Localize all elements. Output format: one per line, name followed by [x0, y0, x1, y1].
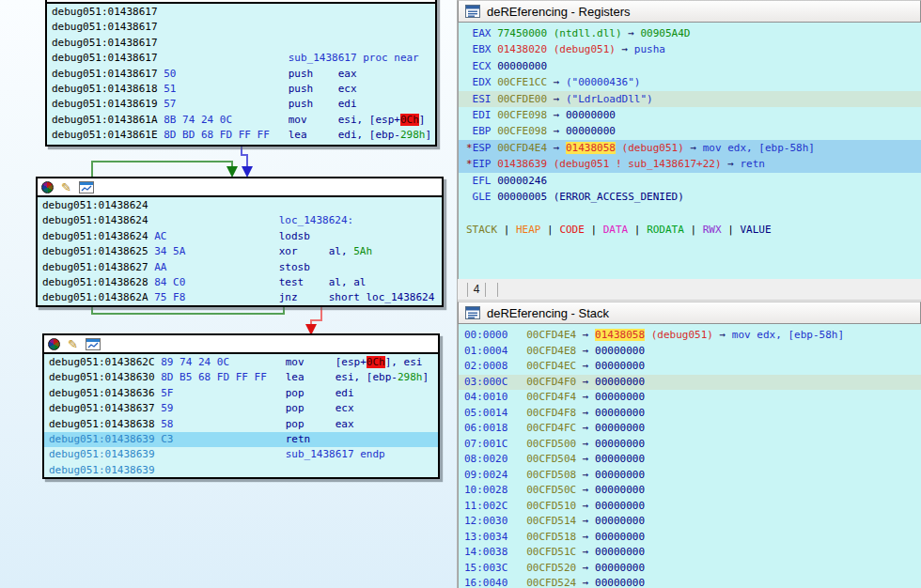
asm-line[interactable]: debug051:01438627 AA stosb	[42, 260, 442, 275]
registers-panel-titlebar[interactable]: deREferencing - Registers	[458, 0, 921, 23]
asm-line[interactable]: debug051:01438639 C3 retn	[44, 432, 438, 447]
register-row[interactable]: ECX 00000000	[459, 58, 921, 74]
asm-line[interactable]: debug051:0143862A 75 F8 jnz short loc_14…	[42, 290, 442, 305]
stack-row[interactable]: 04:0010 00CFD4F4 → 00000000	[459, 390, 921, 406]
register-row[interactable]: GLE 00000005 (ERROR_ACCESS_DENIED)	[459, 189, 921, 205]
edge-branch-red	[311, 306, 321, 325]
tab-separator	[485, 283, 486, 297]
stack-row[interactable]: 10:0028 00CFD50C → 00000000	[459, 483, 921, 499]
stack-row[interactable]: 12:0030 00CFD514 → 00000000	[459, 514, 921, 530]
stack-row[interactable]: 11:002C 00CFD510 → 00000000	[459, 499, 921, 515]
asm-line[interactable]: debug051:01438618 51 push ecx	[52, 82, 435, 97]
basic-block-1[interactable]: ✎ debug051:01438617debug051:01438617debu…	[45, 0, 437, 147]
asm-line[interactable]: debug051:0143862C 89 74 24 0C mov [esp+0…	[49, 355, 438, 370]
registers-panel: deREferencing - Registers EAX 77450000 (…	[458, 0, 921, 279]
register-row[interactable]: STACK | HEAP | CODE | DATA | RODATA | RW…	[459, 222, 921, 238]
stack-row[interactable]: 08:0020 00CFD504 → 00000000	[459, 452, 921, 468]
register-row[interactable]	[459, 205, 921, 221]
stack-row[interactable]: 05:0014 00CFD4F8 → 00000000	[459, 406, 921, 422]
stack-row[interactable]: 14:0038 00CFD51C → 00000000	[459, 545, 921, 561]
asm-line[interactable]: debug051:01438624 loc_1438624:	[42, 213, 442, 228]
color-wheel-icon[interactable]	[48, 338, 60, 350]
stack-row[interactable]: 16:0040 00CFD524 → 00000000	[459, 576, 921, 588]
register-row[interactable]: EFL 00000246	[459, 173, 921, 189]
asm-line[interactable]: debug051:01438628 84 C0 test al, al	[42, 275, 442, 290]
stack-row[interactable]: 03:000C 00CFD4F0 → 00000000	[459, 375, 921, 391]
basic-block-3[interactable]: ✎ debug051:0143862C 89 74 24 0C mov [esp…	[42, 333, 440, 479]
edit-icon[interactable]: ✎	[61, 181, 71, 193]
register-row[interactable]: *ESP 00CFD4E4 → 01438058 (debug051) → mo…	[459, 140, 921, 156]
asm-line[interactable]: debug051:01438617	[52, 36, 435, 51]
asm-line[interactable]: debug051:01438625 34 5A xor al, 5Ah	[42, 244, 442, 259]
stack-row[interactable]: 15:003C 00CFD520 → 00000000	[459, 561, 921, 577]
asm-line[interactable]: debug051:01438624	[42, 198, 442, 213]
stack-panel: deREferencing - Stack 00:0000 00CFD4E4 →…	[458, 302, 921, 588]
stack-panel-titlebar[interactable]: deREferencing - Stack	[458, 302, 921, 324]
edit-icon[interactable]: ✎	[68, 338, 78, 350]
register-row[interactable]: EDX 00CFE1CC → ("00000436")	[459, 74, 921, 90]
window-list-icon	[465, 306, 480, 319]
asm-line[interactable]: debug051:01438619 57 push edi	[52, 97, 435, 112]
register-row[interactable]: EBP 00CFE098 → 00000000	[459, 123, 921, 139]
chart-icon[interactable]	[79, 181, 94, 193]
register-row[interactable]: EBX 01438020 (debug051) → pusha	[459, 41, 921, 57]
stack-row[interactable]: 06:0018 00CFD4FC → 00000000	[459, 421, 921, 437]
asm-line[interactable]: debug051:01438617	[52, 20, 435, 35]
asm-line[interactable]: debug051:01438624 AC lodsb	[42, 229, 442, 244]
chart-icon[interactable]	[86, 338, 101, 350]
asm-line[interactable]: debug051:01438617 sub_1438617 proc near	[52, 51, 435, 66]
stack-panel-title: deREferencing - Stack	[487, 306, 609, 320]
stack-row[interactable]: 02:0008 00CFD4EC → 00000000	[459, 359, 921, 375]
asm-line[interactable]: debug051:0143861E 8D BD 68 FD FF FF lea …	[52, 128, 435, 143]
asm-line[interactable]: debug051:01438638 58 pop eax	[49, 417, 438, 432]
register-row[interactable]: ESI 00CFDE00 → ("LdrLoadDll")	[459, 91, 921, 107]
asm-line[interactable]: debug051:01438630 8D B5 68 FD FF FF lea …	[49, 370, 438, 385]
basic-block-2[interactable]: ✎ debug051:01438624debug051:01438624 loc…	[36, 177, 444, 307]
asm-line[interactable]: debug051:01438637 59 pop ecx	[49, 401, 438, 416]
panel-tab-bar: 4	[458, 279, 921, 301]
asm-line[interactable]: debug051:01438639 sub_1438617 endp	[49, 447, 438, 462]
asm-line[interactable]: debug051:01438639	[49, 463, 438, 478]
debugger-side-panels: deREferencing - Registers EAX 77450000 (…	[458, 0, 921, 588]
window-list-icon	[465, 5, 480, 18]
register-row[interactable]: EDI 00CFE098 → 00000000	[459, 107, 921, 123]
asm-line[interactable]: debug051:01438617 50 push eax	[52, 67, 435, 82]
registers-panel-title: deREferencing - Registers	[487, 5, 630, 19]
stack-row[interactable]: 07:001C 00CFD500 → 00000000	[459, 437, 921, 453]
edge-fallthrough-blue	[242, 147, 247, 167]
tab-4[interactable]: 4	[468, 283, 485, 296]
debugger-window: ✎ debug051:01438617debug051:01438617debu…	[0, 0, 921, 588]
stack-row[interactable]: 01:0004 00CFD4E8 → 00000000	[459, 344, 921, 360]
asm-line[interactable]: debug051:01438617	[52, 5, 435, 20]
graph-view[interactable]: ✎ debug051:01438617debug051:01438617debu…	[0, 0, 458, 588]
color-wheel-icon[interactable]	[41, 181, 54, 193]
stack-row[interactable]: 13:0034 00CFD518 → 00000000	[459, 530, 921, 546]
stack-row[interactable]: 00:0000 00CFD4E4 → 01438058 (debug051) →…	[459, 328, 921, 344]
asm-line[interactable]: debug051:0143861A 8B 74 24 0C mov esi, […	[52, 113, 435, 128]
block-header: ✎	[44, 335, 438, 354]
block-header: ✎	[38, 178, 442, 197]
tab-separator	[497, 283, 498, 297]
register-row[interactable]: EAX 77450000 (ntdll.dll) → 00905A4D	[459, 25, 921, 41]
asm-line[interactable]: debug051:01438636 5F pop edi	[49, 386, 438, 401]
register-row[interactable]: *EIP 01438639 (debug051 ! sub_1438617+22…	[459, 156, 921, 172]
stack-row[interactable]: 09:0024 00CFD508 → 00000000	[459, 468, 921, 484]
